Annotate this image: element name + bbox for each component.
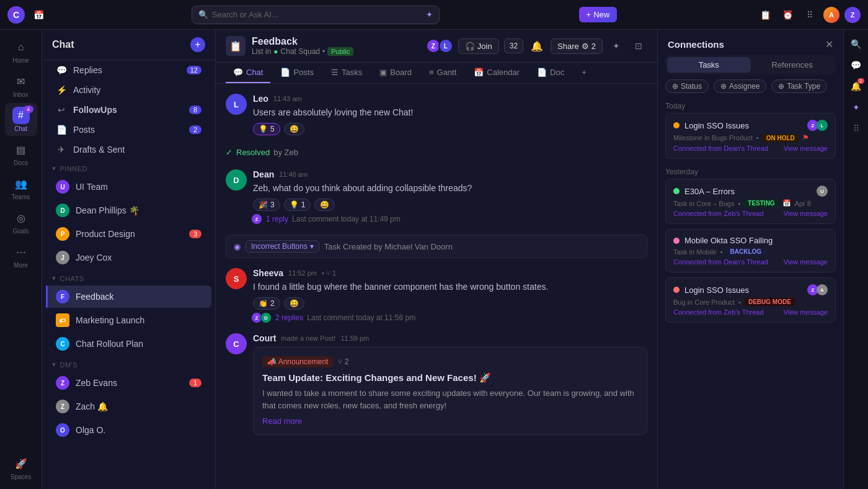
user-avatar[interactable]: A — [823, 7, 839, 23]
sidebar-item-more[interactable]: ⋯ More — [5, 240, 37, 272]
connections-close-button[interactable]: ✕ — [825, 38, 833, 50]
goals-icon: ◎ — [12, 209, 30, 227]
sidebar-item-joey-cox[interactable]: J Joey Cox — [46, 246, 211, 269]
reaction-smile[interactable]: 😄 — [284, 123, 304, 135]
doc-tab-icon: 📄 — [537, 68, 547, 77]
sso2-av2: A — [817, 284, 828, 295]
sidebar-item-chat-rollout[interactable]: C Chat Rollout Plan — [46, 333, 211, 355]
reaction-smile3[interactable]: 😄 — [284, 297, 304, 310]
sidebar-item-docs[interactable]: ▤ Docs — [5, 137, 37, 170]
sidebar-add-button[interactable]: + — [190, 37, 205, 52]
reaction-bulb2[interactable]: 💡 1 — [284, 199, 311, 211]
sidebar-item-olga[interactable]: O Olga O. — [46, 419, 211, 441]
e30a-view-message[interactable]: View message — [784, 210, 828, 217]
tab-posts[interactable]: 📄 Posts — [273, 63, 321, 83]
chat-rollout-avatar: C — [56, 337, 69, 351]
conn-item-e30a: E30A – Errors U Task in Core – Bugs • TE… — [665, 179, 836, 224]
ai-sparkle-icon: ✦ — [426, 10, 433, 19]
search-bar[interactable]: 🔍 Search or Ask AI... ✦ — [192, 6, 440, 24]
join-button[interactable]: 🎧 Join — [458, 38, 499, 54]
olga-label: Olga O. — [76, 425, 202, 435]
resolved-banner: ✓ Resolved by Zeb — [226, 145, 647, 159]
sso2-view-message[interactable]: View message — [784, 308, 828, 316]
tab-tasks[interactable]: ☰ Tasks — [324, 63, 370, 83]
tab-board[interactable]: ▣ Board — [372, 63, 419, 83]
sso-view-message[interactable]: View message — [784, 145, 828, 152]
sidebar-item-posts[interactable]: 📄 Posts 2 — [46, 120, 211, 139]
calendar-icon[interactable]: 📅 — [30, 6, 47, 24]
member-count-button[interactable]: 32 — [504, 38, 523, 53]
conn-tab-tasks[interactable]: Tasks — [667, 57, 751, 73]
tab-gantt[interactable]: ≡ Gantt — [422, 63, 464, 83]
sidebar-item-zeb-evans[interactable]: Z Zeb Evans 1 — [46, 372, 211, 394]
sidebar-item-zach[interactable]: Z Zach 🔔 — [46, 395, 211, 418]
right-star-icon[interactable]: ✦ — [847, 98, 866, 117]
sidebar-item-marketing[interactable]: 🏷 Marketing Launch — [46, 309, 211, 331]
reaction-party[interactable]: 🎉 3 — [253, 199, 280, 211]
sidebar-item-followups[interactable]: ↩ FollowUps 8 — [46, 101, 211, 119]
sidebar-item-inbox[interactable]: ✉ Inbox — [5, 69, 37, 102]
sidebar-item-ui-team[interactable]: U UI Team — [46, 176, 211, 198]
message-sheeva: S Sheeva 11:52 pm • ⑂ 1 I found a little… — [226, 268, 647, 323]
reaction-clap[interactable]: 👏 2 — [253, 297, 280, 310]
share-button[interactable]: Share ⚙ 2 — [551, 38, 603, 54]
task-tag[interactable]: Incorrect Buttons ▾ — [246, 240, 319, 253]
sidebar-item-chat[interactable]: # Chat 4 — [5, 103, 37, 136]
product-design-label: Product Design — [76, 229, 183, 239]
sidebar-item-teams[interactable]: 👥 Teams — [5, 171, 37, 204]
sidebar-item-drafts[interactable]: ✈ Drafts & Sent — [46, 140, 211, 159]
clock-icon[interactable]: ⏰ — [779, 6, 796, 24]
sidebar-item-replies[interactable]: 💬 Replies 12 — [46, 61, 211, 79]
sidebar-item-home[interactable]: ⌂ Home — [5, 35, 37, 68]
star-icon[interactable]: ✦ — [608, 37, 625, 55]
sso2-name: Login SSO Issues — [684, 285, 804, 295]
notification-icon[interactable]: 🔔 — [528, 37, 546, 55]
user-avatar-2[interactable]: Z — [844, 7, 861, 23]
plus-icon: + — [587, 10, 591, 19]
chat-badge: 4 — [24, 105, 33, 113]
tab-calendar[interactable]: 📅 Calendar — [466, 63, 527, 83]
tab-add[interactable]: + — [574, 63, 594, 83]
sheeva-replies[interactable]: Z D 2 replies Last comment today at 11:5… — [253, 312, 647, 323]
sidebar-item-dean-phillips[interactable]: D Dean Phillips 🌴 — [46, 199, 211, 222]
tab-doc[interactable]: 📄 Doc — [529, 63, 572, 83]
dean-reactions: 🎉 3 💡 1 😄 — [253, 199, 647, 211]
sidebar-item-product-design[interactable]: P Product Design 3 — [46, 223, 211, 245]
grid-icon[interactable]: ⠿ — [801, 6, 818, 24]
filter-status[interactable]: ⊕ Status — [665, 79, 709, 93]
tasks-tab-label: Tasks — [342, 68, 362, 77]
conn-tab-references[interactable]: References — [751, 57, 835, 73]
sheeva-reply-count: 2 replies — [275, 313, 303, 322]
new-button[interactable]: + New — [579, 7, 618, 22]
okta-name: Mobile Okta SSO Failing — [684, 236, 828, 245]
filter-task-type[interactable]: ⊕ Task Type — [771, 79, 827, 93]
layout-icon[interactable]: ⊡ — [630, 37, 647, 55]
okta-footer: Connected from Dean's Thread View messag… — [673, 258, 828, 266]
sidebar-item-spaces[interactable]: 🚀 Spaces — [5, 451, 37, 484]
sidebar-item-activity[interactable]: ⚡ Activity — [46, 81, 211, 99]
connections-title: Connections — [668, 39, 724, 50]
tab-chat[interactable]: 💬 Chat — [226, 63, 270, 83]
dean-replies[interactable]: Z 1 reply Last comment today at 11:49 pm — [253, 213, 647, 225]
filter-assignee[interactable]: ⊕ Assignee — [714, 79, 766, 93]
app-logo[interactable]: C — [7, 6, 25, 24]
notepad-icon[interactable]: 📋 — [756, 6, 774, 24]
sso-av2: L — [817, 120, 828, 131]
okta-view-message[interactable]: View message — [784, 258, 828, 266]
right-search-icon[interactable]: 🔍 — [847, 35, 866, 53]
reaction-bulb[interactable]: 💡 5 — [253, 123, 280, 135]
inbox-label: Inbox — [13, 91, 28, 98]
sidebar-title: Chat — [52, 39, 74, 50]
right-comment-icon[interactable]: 💬 — [847, 56, 866, 74]
sso2-meta: Bug in Core Product • DEBUG MODE — [673, 298, 828, 306]
read-more-link[interactable]: Read more — [262, 416, 638, 426]
leo-msg-header: Leo 11:43 am — [253, 94, 647, 104]
right-notification-icon[interactable]: 🔔 — [847, 77, 866, 96]
sidebar-item-feedback[interactable]: F Feedback — [46, 285, 211, 308]
dean-avatar: D — [56, 204, 69, 217]
spaces-label: Spaces — [11, 473, 31, 480]
right-grid-icon[interactable]: ⠿ — [847, 119, 866, 138]
sidebar-item-goals[interactable]: ◎ Goals — [5, 205, 37, 238]
reaction-smile2[interactable]: 😄 — [314, 199, 335, 211]
dean-name: Dean — [253, 169, 274, 179]
